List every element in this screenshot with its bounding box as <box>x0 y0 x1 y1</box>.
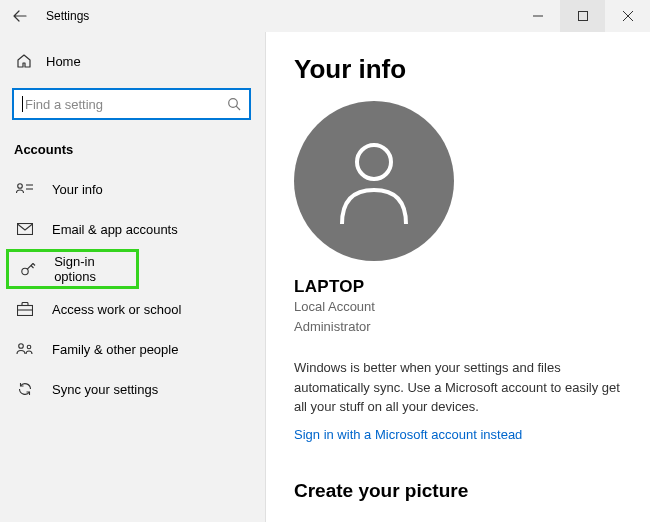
sidebar-item-sign-in-options[interactable]: Sign-in options <box>9 252 136 286</box>
sidebar-item-family[interactable]: Family & other people <box>0 329 265 369</box>
avatar <box>294 101 454 261</box>
search-icon <box>227 97 241 111</box>
highlight-annotation: Sign-in options <box>6 249 139 289</box>
svg-point-11 <box>19 344 24 349</box>
svg-point-8 <box>21 268 27 274</box>
close-icon <box>623 11 633 21</box>
svg-point-2 <box>229 99 238 108</box>
minimize-button[interactable] <box>515 0 560 32</box>
home-label: Home <box>32 54 81 69</box>
sidebar: Home Accounts Your info <box>0 32 265 522</box>
mail-icon <box>16 223 34 235</box>
sidebar-item-access-work[interactable]: Access work or school <box>0 289 265 329</box>
window-title: Settings <box>40 9 89 23</box>
people-icon <box>16 342 34 356</box>
account-role: Administrator <box>294 317 622 337</box>
window-controls <box>515 0 650 32</box>
search-input[interactable] <box>12 88 251 120</box>
close-button[interactable] <box>605 0 650 32</box>
settings-window: Settings Home <box>0 0 650 522</box>
maximize-button[interactable] <box>560 0 605 32</box>
picture-heading: Create your picture <box>294 480 622 502</box>
home-icon <box>16 53 32 69</box>
main-panel: Your info LAPTOP Local Account Administr… <box>265 32 650 522</box>
section-heading: Accounts <box>0 132 265 169</box>
sidebar-item-label: Access work or school <box>34 302 181 317</box>
sync-icon <box>16 381 34 397</box>
search-container <box>0 80 265 132</box>
sidebar-item-label: Your info <box>34 182 103 197</box>
account-type: Local Account <box>294 297 622 317</box>
minimize-icon <box>533 11 543 21</box>
home-button[interactable]: Home <box>0 42 265 80</box>
sidebar-item-label: Sign-in options <box>36 254 136 284</box>
key-icon <box>19 261 36 277</box>
microsoft-account-link[interactable]: Sign in with a Microsoft account instead <box>294 427 522 442</box>
back-button[interactable] <box>0 0 40 32</box>
svg-rect-1 <box>578 12 587 21</box>
briefcase-icon <box>16 302 34 316</box>
sidebar-item-label: Sync your settings <box>34 382 158 397</box>
sidebar-item-label: Email & app accounts <box>34 222 178 237</box>
titlebar: Settings <box>0 0 650 32</box>
user-icon <box>334 136 414 226</box>
svg-point-12 <box>27 345 31 349</box>
sidebar-item-your-info[interactable]: Your info <box>0 169 265 209</box>
sidebar-item-email-accounts[interactable]: Email & app accounts <box>0 209 265 249</box>
page-title: Your info <box>294 54 622 85</box>
account-name: LAPTOP <box>294 277 622 297</box>
search-field[interactable] <box>25 97 227 112</box>
text-caret <box>22 96 23 112</box>
sidebar-item-label: Family & other people <box>34 342 178 357</box>
sidebar-item-sync[interactable]: Sync your settings <box>0 369 265 409</box>
person-card-icon <box>16 182 34 196</box>
svg-point-13 <box>357 145 391 179</box>
account-info: LAPTOP Local Account Administrator <box>294 101 622 336</box>
maximize-icon <box>578 11 588 21</box>
svg-point-4 <box>18 184 23 189</box>
content-area: Home Accounts Your info <box>0 32 650 522</box>
svg-line-3 <box>236 106 240 110</box>
back-arrow-icon <box>13 9 27 23</box>
sync-description: Windows is better when your settings and… <box>294 358 622 417</box>
